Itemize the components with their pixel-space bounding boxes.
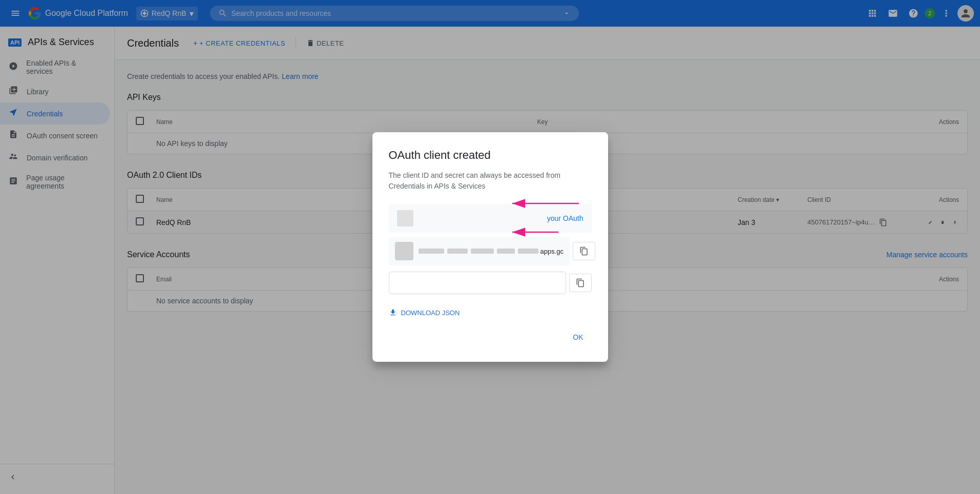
copy-icon	[579, 246, 589, 256]
download-label: DOWNLOAD JSON	[401, 309, 460, 317]
dialog-subtitle: The client ID and secret can always be a…	[389, 170, 592, 192]
download-icon	[389, 308, 397, 317]
copy-secret-icon	[576, 278, 585, 287]
client-id-suffix: apps.gc	[540, 248, 564, 255]
client-secret-field	[389, 272, 592, 294]
oauth-created-dialog: OAuth client created The client ID and s…	[372, 132, 608, 362]
oauth-link-area: your OAuth	[389, 204, 592, 233]
copy-secret-button[interactable]	[569, 274, 592, 292]
copy-client-id-button[interactable]	[573, 242, 595, 260]
dialog-title: OAuth client created	[389, 149, 592, 162]
oauth-link[interactable]: your OAuth	[547, 214, 583, 222]
modal-overlay: OAuth client created The client ID and s…	[0, 0, 980, 494]
ok-button[interactable]: OK	[565, 329, 591, 345]
client-id-field: apps.gc	[389, 237, 592, 265]
download-json-button[interactable]: DOWNLOAD JSON	[389, 304, 460, 321]
dialog-footer: OK	[389, 329, 592, 345]
